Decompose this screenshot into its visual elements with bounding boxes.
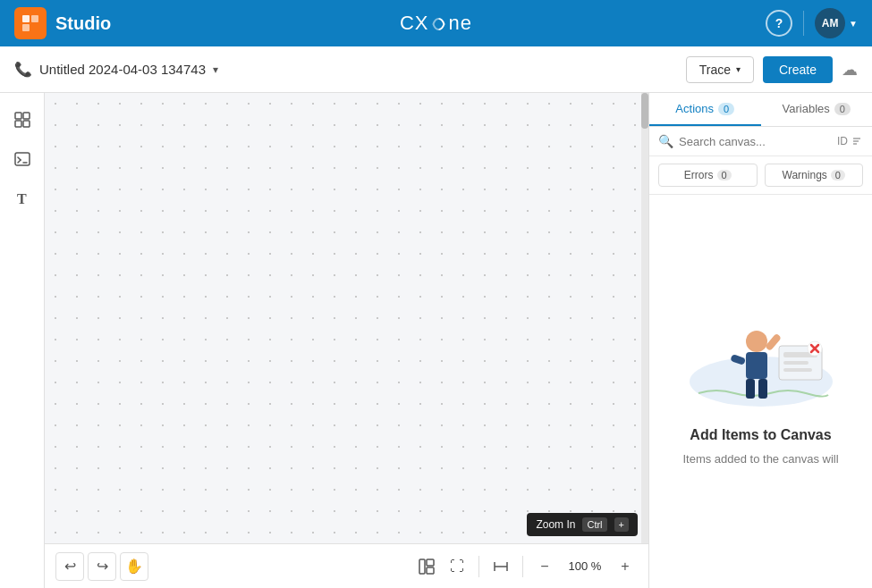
canvas-empty-state: Add Items to Canvas Items added to the c… — [649, 195, 872, 588]
canvas-toolbar-right: ⛶ − 100 % + — [414, 554, 638, 579]
secondary-bar-right: Trace ▾ Create ☁ — [686, 56, 858, 83]
tab-actions-badge: 0 — [718, 103, 734, 115]
secondary-toolbar: 📞 Untitled 2024-04-03 134743 ▾ Trace ▾ C… — [0, 46, 872, 93]
create-button[interactable]: Create — [763, 56, 833, 83]
tab-variables-label: Variables — [783, 102, 830, 115]
left-sidebar: T — [0, 93, 45, 588]
canvas-toolbar-left: ↩ ↪ ✋ — [55, 552, 148, 581]
zoom-in-button[interactable]: + — [613, 554, 638, 579]
filter-buttons-area: Errors 0 Warnings 0 — [649, 156, 872, 195]
main-layout: T ↩ ↪ ✋ — [0, 93, 872, 588]
canvas-area[interactable] — [45, 93, 648, 543]
svg-rect-7 — [23, 121, 30, 127]
user-menu[interactable]: AM ▼ — [815, 8, 858, 38]
svg-text:T: T — [17, 191, 27, 206]
cxone-logo: CXne — [400, 12, 472, 35]
svg-rect-6 — [15, 121, 21, 127]
tab-variables-badge: 0 — [834, 103, 851, 115]
svg-rect-5 — [23, 113, 30, 119]
id-sort-button[interactable]: ID — [837, 135, 863, 147]
errors-label: Errors — [684, 169, 714, 181]
placeholder-illustration — [672, 315, 851, 413]
canvas-scrollbar[interactable] — [641, 93, 648, 543]
canvas-empty-title: Add Items to Canvas — [690, 427, 831, 443]
trace-button[interactable]: Trace ▾ — [686, 56, 754, 83]
zoom-divider — [478, 556, 479, 577]
zoom-level-display: 100 % — [563, 559, 607, 573]
trace-dropdown-arrow: ▾ — [736, 64, 741, 74]
help-button[interactable]: ? — [766, 10, 792, 37]
sidebar-text-icon[interactable]: T — [6, 182, 38, 214]
user-avatar: AM — [815, 8, 845, 38]
canvas-container: ↩ ↪ ✋ ⛶ — [45, 93, 648, 588]
svg-rect-2 — [22, 24, 30, 31]
file-dropdown-arrow[interactable]: ▾ — [213, 63, 218, 76]
cloud-icon[interactable]: ☁ — [842, 60, 858, 80]
tooltip-kbd-ctrl: Ctrl — [582, 517, 606, 532]
grid-view-button[interactable] — [414, 554, 439, 579]
svg-rect-13 — [419, 559, 425, 574]
canvas-empty-desc: Items added to the canvas will — [682, 450, 838, 468]
redo-button[interactable]: ↪ — [88, 552, 116, 581]
tooltip-kbd-plus: + — [614, 517, 629, 532]
user-dropdown-arrow: ▼ — [849, 19, 858, 29]
svg-rect-15 — [427, 567, 434, 574]
id-label: ID — [837, 135, 848, 147]
warnings-count: 0 — [831, 170, 845, 181]
fullscreen-button[interactable]: ⛶ — [444, 554, 470, 579]
tab-actions-label: Actions — [675, 102, 714, 115]
svg-rect-8 — [15, 153, 30, 165]
app-title: Studio — [55, 13, 111, 34]
zoom-out-button[interactable]: − — [532, 554, 557, 579]
file-name: Untitled 2024-04-03 134743 — [39, 62, 206, 77]
svg-rect-3 — [31, 24, 38, 31]
svg-point-23 — [746, 331, 767, 352]
tooltip-label: Zoom In — [536, 518, 575, 531]
canvas-bottom-toolbar: ↩ ↪ ✋ ⛶ — [45, 543, 648, 588]
svg-rect-25 — [746, 379, 755, 399]
file-title-area: 📞 Untitled 2024-04-03 134743 ▾ — [14, 61, 218, 78]
tab-variables[interactable]: Variables 0 — [761, 93, 873, 126]
undo-button[interactable]: ↩ — [55, 552, 84, 581]
fit-width-button[interactable] — [488, 554, 513, 579]
svg-line-10 — [18, 160, 21, 163]
canvas-scrollbar-thumb[interactable] — [641, 93, 648, 129]
svg-rect-31 — [783, 361, 809, 365]
panel-tabs: Actions 0 Variables 0 — [649, 93, 872, 127]
studio-logo-icon — [14, 7, 47, 39]
zoom-in-tooltip: Zoom In Ctrl + — [527, 513, 638, 536]
divider — [803, 11, 804, 36]
top-bar-left: Studio — [14, 7, 111, 39]
svg-rect-1 — [31, 15, 38, 22]
svg-rect-0 — [22, 15, 30, 22]
svg-rect-14 — [427, 559, 434, 566]
warnings-filter-button[interactable]: Warnings 0 — [765, 164, 864, 187]
panel-content: Add Items to Canvas Items added to the c… — [649, 195, 872, 588]
sidebar-shapes-icon[interactable] — [6, 104, 38, 136]
search-input[interactable] — [679, 135, 832, 148]
svg-rect-4 — [15, 113, 21, 119]
top-navigation-bar: Studio CXne ? AM ▼ — [0, 0, 872, 46]
errors-filter-button[interactable]: Errors 0 — [658, 164, 758, 187]
zoom-divider2 — [522, 556, 523, 577]
search-icon: 🔍 — [658, 134, 673, 148]
phone-icon: 📞 — [14, 61, 32, 78]
warnings-label: Warnings — [783, 169, 827, 181]
errors-count: 0 — [717, 170, 732, 181]
top-bar-center: CXne — [400, 12, 472, 35]
cxone-logo-one: ne — [449, 12, 472, 34]
cxone-logo-cx: CX — [400, 12, 429, 34]
trace-label: Trace — [699, 63, 731, 77]
right-panel: Actions 0 Variables 0 🔍 ID — [648, 93, 872, 588]
svg-rect-24 — [746, 352, 767, 379]
svg-rect-26 — [758, 379, 767, 399]
tab-actions[interactable]: Actions 0 — [649, 93, 761, 126]
sidebar-code-icon[interactable] — [6, 143, 38, 175]
top-bar-right: ? AM ▼ — [766, 8, 858, 38]
panel-search-bar: 🔍 ID — [649, 127, 872, 156]
svg-rect-32 — [783, 368, 812, 372]
hand-tool-button[interactable]: ✋ — [120, 552, 148, 581]
